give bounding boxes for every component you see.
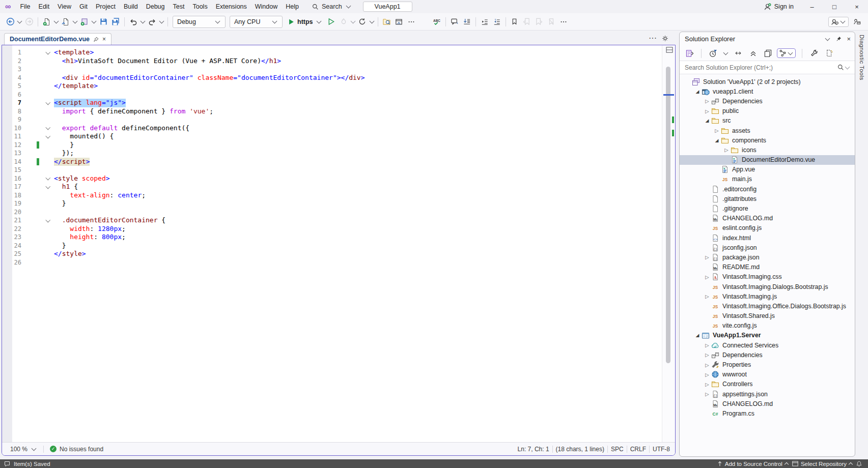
menu-edit[interactable]: Edit: [35, 0, 54, 13]
search-box[interactable]: Search: [308, 2, 356, 11]
editor-scrollbar[interactable]: [662, 45, 675, 442]
line-ending[interactable]: CRLF: [630, 446, 646, 453]
expander-closed-icon[interactable]: ▷: [703, 98, 711, 104]
caret-position[interactable]: Ln: 7, Ch: 1: [518, 446, 549, 453]
tree-item-vueapp1-client[interactable]: ◢vueapp1.client: [680, 86, 855, 96]
expander-closed-icon[interactable]: ▷: [703, 254, 711, 260]
new-file-dropdown[interactable]: [54, 18, 59, 23]
search-icon[interactable]: [837, 64, 844, 71]
tree-item-properties[interactable]: ▷Properties: [680, 360, 855, 369]
code-line-18[interactable]: 18 text-align: center;: [2, 191, 662, 200]
tree-item-connected-services[interactable]: ▷Connected Services: [680, 340, 855, 350]
menu-file[interactable]: File: [16, 0, 34, 13]
undo-button[interactable]: [127, 16, 139, 28]
code-line-9[interactable]: 9: [2, 115, 662, 124]
panel-pin-icon[interactable]: [836, 36, 842, 42]
expander-open-icon[interactable]: ◢: [693, 89, 702, 94]
expander-closed-icon[interactable]: ▷: [703, 362, 711, 368]
code-line-3[interactable]: 3: [2, 65, 662, 74]
tree-item-controllers[interactable]: ▷Controllers: [680, 379, 855, 389]
tree-item-dependencies[interactable]: ▷Dependencies: [680, 350, 855, 360]
code-area[interactable]: 1<template>2 <h1>VintaSoft Document Edit…: [2, 45, 662, 442]
tree-item-changelog-md[interactable]: MCHANGELOG.md: [680, 399, 855, 408]
code-line-26[interactable]: 26: [2, 258, 662, 267]
navigate-back-dropdown[interactable]: [17, 18, 22, 23]
menu-debug[interactable]: Debug: [142, 0, 169, 13]
expander-closed-icon[interactable]: ▷: [713, 128, 721, 133]
add-item-button[interactable]: [78, 16, 91, 28]
live-share-button[interactable]: [828, 17, 849, 27]
panel-options-chevron-icon[interactable]: [825, 36, 830, 41]
previous-bookmark-button[interactable]: [521, 16, 533, 28]
code-line-17[interactable]: 17 h1 {: [2, 183, 662, 191]
tree-item-documenteditordemo-vue[interactable]: DocumentEditorDemo.vue: [680, 155, 855, 165]
scrollbar-thumb[interactable]: [666, 67, 670, 363]
expander-open-icon[interactable]: ◢: [713, 138, 721, 143]
code-line-14[interactable]: 14</script>: [2, 158, 662, 166]
expander-closed-icon[interactable]: ▷: [722, 147, 731, 153]
restart-button[interactable]: [356, 16, 369, 28]
code-line-19[interactable]: 19 }: [2, 199, 662, 208]
tree-item-package-json[interactable]: ▷{;}package.json: [680, 252, 855, 262]
code-line-21[interactable]: 21 .documentEditorContainer {: [2, 216, 662, 225]
indentation-mode[interactable]: SPC: [611, 446, 624, 453]
undo-dropdown[interactable]: [141, 18, 146, 23]
code-line-10[interactable]: 10 export default defineComponent({: [2, 124, 662, 133]
tree-item-vintasoft-imaging-dialogs-bootstrap-js[interactable]: JSVintasoft.Imaging.Dialogs.Bootstrap.js: [680, 282, 855, 291]
debug-configuration-selector[interactable]: Debug: [173, 16, 226, 28]
close-tab-icon[interactable]: ×: [102, 36, 106, 42]
search-options-chevron-icon[interactable]: [845, 64, 850, 69]
preview-selected-items-button[interactable]: [762, 48, 773, 59]
expander-closed-icon[interactable]: ▷: [703, 391, 711, 397]
spell-checker-button[interactable]: ABC: [431, 16, 443, 28]
clear-bookmarks-button[interactable]: [545, 16, 557, 28]
tree-item-icons[interactable]: ▷icons: [680, 145, 855, 155]
pin-icon[interactable]: [93, 37, 99, 42]
navigate-forward-button[interactable]: [23, 16, 35, 28]
tree-item-jsconfig-json[interactable]: {;}jsconfig.json: [680, 243, 855, 252]
menu-test[interactable]: Test: [169, 0, 189, 13]
expander-closed-icon[interactable]: ▷: [703, 372, 711, 377]
tree-item-vintasoft-imaging-js[interactable]: ▷JSVintasoft.Imaging.js: [680, 291, 855, 301]
toggle-bookmark-button[interactable]: [509, 16, 521, 28]
tree-item-public[interactable]: ▷public: [680, 106, 855, 116]
editor-settings-gear-icon[interactable]: [662, 35, 668, 42]
redo-button[interactable]: [146, 16, 158, 28]
fold-chevron-icon[interactable]: [42, 48, 54, 57]
save-all-button[interactable]: [109, 16, 122, 28]
code-line-22[interactable]: 22 width: 1280px;: [2, 225, 662, 233]
tree-item-index-html[interactable]: <>index.html: [680, 233, 855, 243]
tree-item-eslint-config-js[interactable]: JSeslint.config.js: [680, 223, 855, 233]
tree-item-readme-md[interactable]: MREADME.md: [680, 262, 855, 272]
hot-reload-dropdown[interactable]: [350, 18, 355, 23]
text-editor-overflow-button[interactable]: [557, 16, 570, 28]
show-all-files-button[interactable]: [823, 48, 834, 59]
tab-documenteditordemo-vue[interactable]: DocumentEditorDemo.vue ×: [4, 33, 111, 45]
collapse-all-button[interactable]: [747, 48, 759, 59]
toggle-comment-button[interactable]: [449, 16, 461, 28]
code-line-2[interactable]: 2 <h1>VintaSoft Document Editor (Vue + A…: [2, 57, 662, 66]
tree-item-editorconfig[interactable]: .editorconfig: [680, 184, 855, 194]
tree-item-program-cs[interactable]: C#Program.cs: [680, 408, 855, 418]
code-line-16[interactable]: 16<style scoped>: [2, 174, 662, 183]
tree-item-dependencies[interactable]: ▷Dependencies: [680, 96, 855, 106]
format-document-button[interactable]: [461, 16, 473, 28]
expander-closed-icon[interactable]: ▷: [703, 294, 711, 299]
tree-item-vintasoft-imaging-office-dialogs-bootstrap-js[interactable]: JSVintasoft.Imaging.Office.Dialogs.Boots…: [680, 301, 855, 311]
panel-close-icon[interactable]: ×: [847, 35, 851, 43]
browser-link-button[interactable]: [393, 16, 405, 28]
code-line-15[interactable]: 15: [2, 166, 662, 174]
start-debugging-button[interactable]: https: [285, 16, 325, 28]
split-editor-icon[interactable]: [666, 47, 673, 53]
open-file-button[interactable]: [60, 16, 72, 28]
expander-closed-icon[interactable]: ▷: [703, 274, 711, 280]
code-line-8[interactable]: 8 import { defineComponent } from 'vue';: [2, 107, 662, 116]
toolbar-overflow-button[interactable]: [405, 16, 417, 28]
navigate-back-button[interactable]: [4, 16, 16, 28]
project-selector[interactable]: VueApp1: [363, 2, 412, 12]
menu-build[interactable]: Build: [120, 0, 142, 13]
code-line-6[interactable]: 6: [2, 91, 662, 99]
fold-chevron-icon[interactable]: [42, 132, 54, 141]
menu-git[interactable]: Git: [75, 0, 92, 13]
code-line-23[interactable]: 23 height: 800px;: [2, 233, 662, 242]
